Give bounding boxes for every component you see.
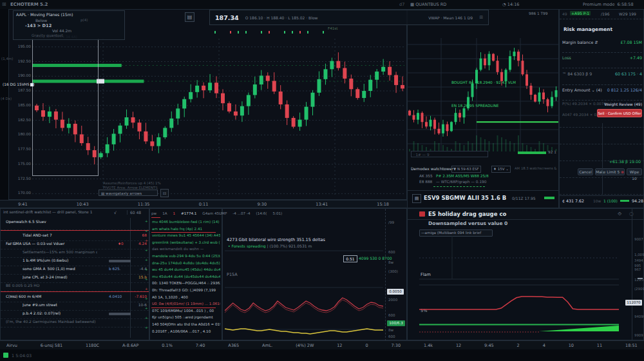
spark-mark <box>292 31 293 34</box>
toolbar-item[interactable]: (14:6( <box>256 211 267 215</box>
price-label: 195.00 <box>14 44 31 48</box>
overlay-price: -143 > D12 <box>25 23 52 28</box>
row-label: p.b.4 2.02: 0.07(rel) <box>23 311 97 315</box>
tick-mark: + <box>145 268 148 271</box>
workspace-tab[interactable]: ▦ QUANTBUS RD <box>410 2 446 7</box>
depth-bar <box>518 151 546 154</box>
trade-annotation: BOUGHT 84 · 18.2940 · 92.43 VLM <box>451 81 516 84</box>
time-label: 11 <box>597 343 602 348</box>
toolbar-item[interactable]: G4am 45UMP <box>202 211 227 215</box>
watchlist-header[interactable]: int sentinel-drift watchlist — drill pan… <box>3 210 110 214</box>
tape-row: wu 45 du44 dumu45 (45du) 44du du45du44 <box>152 268 220 271</box>
orderflow-chart-panel[interactable]: BOUGHT 84 · 18.2940 · 92.43 VLMEN 18.2K-… <box>407 9 559 208</box>
toolbar-item[interactable]: pw <box>151 211 156 215</box>
price-label: 185.00 <box>14 103 31 107</box>
time-label: 13:41 <box>316 202 328 207</box>
filter-chip[interactable]: ▼ N 59-63 ESF <box>451 166 481 173</box>
spark-mark <box>307 31 308 34</box>
table-row[interactable]: June #9.um street10-6 <box>1 302 149 311</box>
row-mid-value: 4.0410 <box>109 295 122 298</box>
table-row[interactable]: June CPL at 3-24 (mwd)15.b <box>1 274 149 283</box>
time-label: 12 <box>456 343 461 348</box>
footer-title: ESV9 SBGMW ALII 35 1.6 B <box>424 195 506 201</box>
tape-toolbar: pw1A1#1774.1G4am 45UMP-4 ...07 -4(14:6(5… <box>151 210 408 217</box>
spark-mark <box>261 31 262 34</box>
time-label: 10:43 <box>77 202 89 207</box>
field-label: Entry Amount ⌄ (4) <box>562 88 602 92</box>
table-row[interactable]: 270Far GMA USA — 0.03-vol Vduer♦04.24 <box>1 240 149 249</box>
time-label: 7:30 <box>391 343 401 348</box>
table-row[interactable]: BE 0.005 0.25 HO <box>1 282 149 291</box>
info-label: AK 355 <box>419 174 433 178</box>
time-label: 1180C <box>86 343 99 348</box>
expand-icon[interactable]: ⟐ <box>618 211 621 217</box>
table-row[interactable]: 530C(mu) 600 m 6/4M4.0410-7.610 <box>1 293 149 302</box>
table-row[interactable]: Settlements—15% em 500 marginson ol brig… <box>1 249 149 258</box>
tape-row: 0h: Threadfall!3 GO: (,)4099 (7,199 <box>152 288 220 292</box>
grid-icon[interactable]: ⊞ <box>2 1 6 7</box>
price-label: 187.50 <box>14 88 31 92</box>
time-label: 11:35 <box>138 202 150 207</box>
table-row[interactable]: sono GMA A_500 (1,0) mwdb 625.-4.4 <box>1 266 149 275</box>
table-row[interactable]: Tidal AND-set 768 <box>1 232 149 241</box>
symbol-overlay[interactable]: AAPL · Moving Planes (15m)Belowp(4)-143 … <box>13 10 125 40</box>
table-row[interactable]: p.b.4 2.02: 0.07(rel) <box>1 310 149 319</box>
table-row[interactable]: 1 b.4M 9%(um (0.6wbu) <box>1 257 149 266</box>
info-label: E8 888 <box>419 180 432 184</box>
tape-row: mandola vub-294 9-4du 5u 0:44 (25)th 4.6… <box>152 254 220 258</box>
vwap-readout: VWAP · Mean 146 1 D9 <box>428 15 473 20</box>
time-label: A-8.6AP <box>122 343 138 348</box>
top-bar: ⊞ ECHOTERM 5.2 d7 ▦ QUANTBUS RD ◔ 14:16 … <box>0 0 644 10</box>
price-readout: ¢ 431 7.62 <box>562 199 584 203</box>
table-row[interactable]: (I'm, the 40.2 Germiguines Mainbad betwe… <box>1 318 149 327</box>
trade-annotation: EN 18.2K-95 SPREADLINE <box>451 104 499 108</box>
spark-mark <box>214 31 216 34</box>
axis-label: 12959 <box>634 278 644 282</box>
annotation-icon[interactable]: ⊡ <box>160 189 169 197</box>
tape-row: 6jr un5(gru) 505 ∴ared jrgendamt <box>152 315 220 319</box>
table-row[interactable]: Openwatch 6.5 Sluev <box>1 219 149 230</box>
price-label: 177.50 <box>14 147 31 151</box>
row-bar <box>109 260 131 262</box>
row-label: Tidal AND-set 7 <box>23 233 97 237</box>
order-ticket-panel: 49 +A95 P-1 /196 W29 199 Risk management… <box>559 9 644 208</box>
toolbar-item[interactable]: 5:01) <box>272 211 282 215</box>
axis-badge: 112070 <box>625 300 642 306</box>
row-mid-value: b 625. <box>109 267 120 271</box>
expand-icon[interactable]: ⊞ <box>479 15 483 20</box>
left-gutter <box>0 9 9 200</box>
make-limit-button[interactable]: Make Limit 5 ⊗ <box>595 168 625 175</box>
time-label: 0.1% <box>162 343 173 348</box>
row-label: Far GMA USA — 0.03-vol Vduer <box>6 242 97 246</box>
bottom-time-axis: Airvu6-unsj 5811180CA-8.6AP0.1%7:40A365A… <box>0 340 644 349</box>
ohlc-readout: O 186.10 · H 188.40 · L 185.02 · Blow <box>245 15 318 20</box>
entry-amount-row[interactable]: Entry Amount ⌄ (4) 0 812 1.25 126/4 <box>562 84 642 101</box>
field-label: Loss <box>562 55 571 60</box>
tape-row: am whats halo frq (4p) 2.41 <box>152 227 220 231</box>
volatility-panel[interactable]: ES holiday drag gauge co ⟐ ◌ Downsampled… <box>407 208 644 340</box>
cancel-button[interactable]: Cancel <box>578 168 593 175</box>
toolbar-item[interactable]: 1A <box>162 211 167 215</box>
sell-confirm-button[interactable]: Sell · Confirm USD Offer <box>597 109 642 117</box>
filter-chip[interactable]: · 1# — 9 <box>411 151 488 157</box>
divider <box>560 195 644 196</box>
spread-chart-panel[interactable]: 4273 Gbit bilateral wire strength 351.15… <box>222 208 407 340</box>
annotation-chip[interactable]: ▤ wavegataxly arrows <box>99 190 158 196</box>
list-icon[interactable]: ▤ <box>412 194 421 203</box>
info-label: Demodex watchtower <box>411 166 453 171</box>
time-label: 9:30 <box>258 202 267 207</box>
toolbar-item[interactable]: 1 <box>173 211 176 215</box>
footer-value: 0/11Z 17.95 <box>512 196 536 200</box>
layout-icon[interactable]: ▤ <box>185 12 194 22</box>
time-label: 0 <box>365 343 368 348</box>
panel-title: Risk management <box>564 26 612 32</box>
wipe-button[interactable]: Wipe 10 <box>627 168 642 175</box>
toolbar-item[interactable]: -4 ...07 -4 <box>232 211 250 215</box>
weight-review-link[interactable]: Weight Review (49) <box>605 102 642 106</box>
side-top-right: W29 199 <box>619 12 636 16</box>
toolbar-item[interactable]: #1774.1 <box>181 211 196 215</box>
axis-label: 8w <box>388 260 393 264</box>
filter-chip[interactable]: ♦ 15V ⌄ <box>491 166 511 173</box>
mini-label: d7 <box>399 2 404 7</box>
field-row: ™ 84 6303 β 9 60 63 175 · 4 <box>562 68 642 85</box>
